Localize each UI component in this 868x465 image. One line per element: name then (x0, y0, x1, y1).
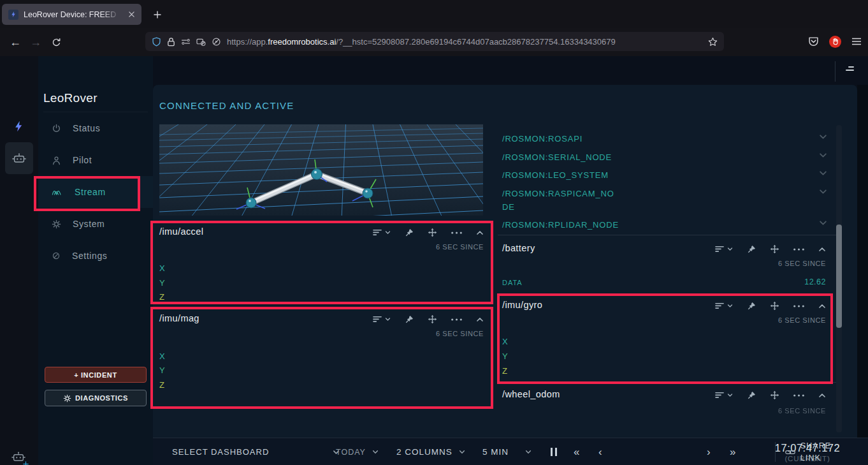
move-icon[interactable] (770, 244, 779, 254)
chevron-down-icon[interactable] (819, 170, 827, 176)
pause-button[interactable] (551, 438, 557, 465)
since-label: 6 SEC SINCE (778, 407, 826, 415)
move-icon[interactable] (770, 390, 779, 400)
pin-icon[interactable] (747, 245, 756, 254)
menu-hamburger-icon[interactable] (851, 38, 862, 45)
panel-imu-accel: /imu/accel 6 SEC SINCE X Y Z (153, 221, 494, 305)
more-options-icon[interactable] (793, 305, 804, 307)
add-device-robot-icon[interactable] (11, 451, 26, 465)
pin-icon[interactable] (405, 228, 414, 237)
rosmon-node-row[interactable]: /ROSMON:RASPICAM_NODE (502, 184, 827, 216)
freedom-logo-bolt-icon[interactable] (13, 120, 25, 135)
more-options-icon[interactable] (451, 318, 462, 321)
step-forward-button[interactable]: › (707, 438, 711, 465)
filter-lines-icon[interactable] (715, 302, 725, 309)
collapse-icon[interactable] (818, 247, 826, 252)
move-icon[interactable] (770, 301, 779, 311)
header-sort-lines-icon[interactable] (844, 65, 855, 77)
move-icon[interactable] (428, 228, 437, 237)
right-column: /ROSMON:ROSAPI /ROSMON:SERIAL_NODE /ROSM… (498, 85, 836, 438)
sidebar-item-system[interactable]: System (38, 208, 153, 240)
chevron-down-icon[interactable] (819, 189, 827, 195)
since-label: 6 SEC SINCE (778, 316, 826, 324)
browser-tab[interactable]: LeoRover Device: FREED (2, 4, 141, 25)
tracking-shield-icon[interactable] (152, 37, 161, 47)
sidebar-item-pilot[interactable]: Pilot (38, 144, 153, 176)
chevron-down-icon (459, 450, 465, 454)
skip-forward-button[interactable]: » (730, 438, 735, 465)
tab-close-icon[interactable] (126, 10, 136, 20)
chevron-down-icon[interactable] (819, 134, 827, 140)
filter-lines-icon[interactable] (373, 316, 382, 323)
section-divider (498, 235, 836, 235)
time-window-dropdown[interactable]: 5 MIN (482, 438, 532, 465)
bookmark-star-icon[interactable] (708, 37, 718, 47)
camera-blocked-icon[interactable] (196, 38, 206, 46)
slash-circle-icon (52, 251, 61, 260)
panel-imu-gyro: /imu/gyro 6 SEC SINCE X Y Z (498, 292, 836, 383)
permissions-icon[interactable] (181, 38, 191, 45)
chevron-down-icon[interactable] (385, 230, 391, 235)
robot-3d-viewport[interactable] (159, 124, 483, 216)
pin-icon[interactable] (747, 391, 756, 400)
columns-dropdown[interactable]: 2 COLUMNS (396, 438, 465, 465)
gears-icon (63, 394, 71, 402)
rosmon-node-row[interactable]: /ROSMON:SERIAL_NODE (502, 148, 827, 166)
autoplay-blocked-icon[interactable] (212, 37, 221, 47)
chevron-down-icon[interactable] (727, 304, 733, 308)
more-options-icon[interactable] (793, 394, 804, 397)
forward-button[interactable]: → (25, 32, 46, 52)
collapse-icon[interactable] (818, 393, 826, 398)
chevron-down-icon[interactable] (819, 220, 827, 226)
filter-lines-icon[interactable] (715, 246, 725, 253)
pin-icon[interactable] (405, 315, 414, 324)
pocket-icon[interactable] (808, 36, 819, 47)
panel-title: /battery (502, 243, 535, 253)
sidebar-item-settings[interactable]: Settings (38, 240, 153, 272)
step-back-button[interactable]: ‹ (598, 438, 602, 465)
more-options-icon[interactable] (451, 232, 462, 234)
more-options-icon[interactable] (793, 248, 804, 251)
person-icon (52, 156, 61, 165)
url-bar[interactable]: https://app.freedomrobotics.ai/?__hstc=5… (145, 32, 724, 51)
url-text: https://app.freedomrobotics.ai/?__hstc=5… (227, 37, 702, 47)
sidebar-item-status[interactable]: Status (38, 112, 153, 144)
chevron-down-icon[interactable] (385, 317, 391, 321)
bottom-control-bar: SELECT DASHBOARD TODAY 2 COLUMNS 5 MIN «… (153, 438, 868, 465)
filter-lines-icon[interactable] (715, 392, 725, 399)
chevron-down-icon (525, 450, 532, 454)
rosmon-node-row[interactable]: /ROSMON:RPLIDAR_NODE (502, 216, 827, 234)
bottombar-divider (775, 442, 776, 462)
date-range-dropdown[interactable]: TODAY (336, 438, 379, 465)
extension-hand-icon[interactable] (829, 36, 841, 48)
chevron-down-icon[interactable] (727, 393, 733, 397)
collapse-icon[interactable] (818, 304, 826, 309)
select-dashboard-dropdown[interactable]: SELECT DASHBOARD (172, 438, 340, 465)
share-link-button[interactable]: SHARELINK (785, 438, 831, 465)
chevron-down-icon[interactable] (727, 247, 733, 251)
panel-imu-mag: /imu/mag 6 SEC SINCE X Y Z (153, 308, 494, 410)
rosmon-node-row[interactable]: /ROSMON:LEO_SYSTEM (502, 166, 827, 184)
link-icon (785, 450, 795, 455)
skip-back-button[interactable]: « (574, 438, 579, 465)
sidebar-item-stream[interactable]: Stream (38, 176, 153, 208)
incident-button[interactable]: + INCIDENT (45, 367, 147, 383)
reload-button[interactable] (46, 32, 66, 52)
filter-lines-icon[interactable] (373, 229, 382, 236)
pin-icon[interactable] (747, 302, 756, 311)
device-name: LeoRover (43, 85, 148, 112)
collapse-icon[interactable] (476, 317, 484, 322)
diagnostics-button[interactable]: DIAGNOSTICS (45, 390, 147, 406)
chevron-down-icon[interactable] (819, 152, 827, 158)
scrollbar-thumb[interactable] (836, 225, 842, 328)
back-button[interactable]: ← (5, 32, 25, 52)
move-icon[interactable] (428, 314, 437, 324)
site-favicon-bolt-icon (8, 10, 18, 20)
new-tab-button[interactable] (149, 6, 166, 23)
device-selector-robot-icon[interactable] (5, 142, 33, 174)
lock-icon[interactable] (167, 37, 175, 47)
collapse-icon[interactable] (476, 230, 484, 235)
rosmon-node-row[interactable]: /ROSMON:ROSAPI (502, 129, 827, 148)
axis-x-label: X (159, 351, 165, 361)
device-sidebar: LeoRover Status Pilot Stream System Sett… (38, 56, 153, 465)
